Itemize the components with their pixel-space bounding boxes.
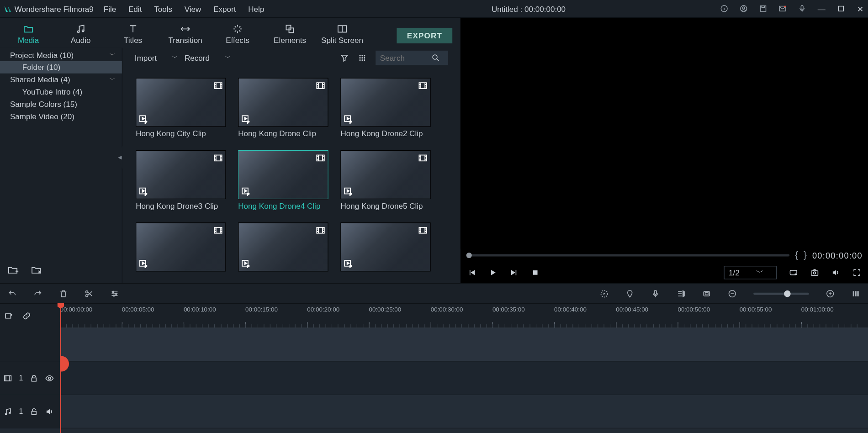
preview-viewport[interactable]	[460, 18, 868, 248]
ruler-mark: 00:00:35:00	[492, 304, 554, 327]
zoom-in-icon[interactable]	[826, 289, 834, 298]
render-preview-icon[interactable]	[600, 289, 609, 298]
tab-titles[interactable]: Titles	[107, 21, 159, 48]
svg-point-8	[784, 5, 786, 7]
add-to-timeline-icon[interactable]: P	[343, 259, 353, 269]
tab-audio[interactable]: Audio	[54, 21, 106, 48]
media-clip[interactable]: PHong Kong City Clip	[136, 78, 226, 138]
search-input[interactable]	[380, 53, 431, 62]
marker-icon[interactable]	[625, 289, 634, 298]
add-to-timeline-icon[interactable]: P	[241, 114, 251, 124]
menu-view[interactable]: View	[185, 4, 201, 13]
link-icon[interactable]	[22, 312, 31, 320]
crop-icon[interactable]	[702, 289, 711, 298]
delete-button[interactable]	[59, 289, 68, 298]
save-icon[interactable]	[759, 5, 767, 13]
delete-folder-icon[interactable]	[30, 264, 42, 275]
info-icon[interactable]	[720, 5, 728, 13]
add-to-timeline-icon[interactable]: P	[343, 114, 353, 124]
maximize-button[interactable]	[837, 5, 845, 13]
svg-rect-46	[419, 83, 426, 89]
ruler-mark: 00:00:00:00	[60, 304, 122, 327]
import-dropdown[interactable]: Import﹀	[135, 52, 178, 63]
audio-mixer-icon[interactable]	[677, 289, 685, 298]
tab-transition[interactable]: Transition	[159, 21, 211, 48]
snapshot-icon[interactable]	[810, 268, 819, 277]
media-clip[interactable]: PHong Kong Drone5 Clip	[340, 150, 430, 211]
audio-track: 1	[0, 395, 868, 428]
preview-scale-select[interactable]: 1/2﹀	[724, 266, 777, 279]
media-clip[interactable]: PHong Kong Drone4 Clip	[238, 150, 328, 211]
sidebar-item[interactable]: Folder (10)	[0, 61, 122, 74]
playhead[interactable]	[60, 304, 61, 433]
fullscreen-icon[interactable]	[852, 268, 861, 277]
menu-tools[interactable]: Tools	[154, 4, 172, 13]
split-button[interactable]	[85, 289, 93, 298]
mic-icon[interactable]	[798, 5, 806, 13]
media-clip[interactable]: PHong Kong Drone2 Clip	[340, 78, 430, 138]
zoom-out-icon[interactable]	[728, 289, 736, 298]
message-icon[interactable]	[778, 5, 787, 13]
lock-icon[interactable]	[30, 407, 38, 416]
track-lane[interactable]	[60, 395, 868, 428]
filmstrip-icon	[213, 225, 223, 235]
add-to-timeline-icon[interactable]: P	[138, 259, 148, 269]
add-to-timeline-icon[interactable]: P	[241, 186, 251, 196]
tab-media[interactable]: Media	[2, 21, 54, 48]
timeline-ruler[interactable]: 00:00:00:0000:00:05:0000:00:10:0000:00:1…	[60, 304, 868, 328]
new-folder-icon[interactable]	[7, 264, 19, 275]
menu-export[interactable]: Export	[213, 4, 236, 13]
menu-edit[interactable]: Edit	[128, 4, 142, 13]
menu-help[interactable]: Help	[248, 4, 264, 13]
add-to-timeline-icon[interactable]: P	[241, 259, 251, 269]
add-to-timeline-icon[interactable]: P	[343, 186, 353, 196]
sidebar-item[interactable]: Sample Video (20)	[0, 110, 122, 122]
media-clip[interactable]: P	[136, 222, 226, 274]
export-button[interactable]: EXPORT	[397, 28, 452, 43]
add-track-icon[interactable]	[5, 312, 13, 320]
undo-button[interactable]	[8, 289, 16, 298]
track-lane[interactable]	[60, 328, 868, 361]
voiceover-icon[interactable]	[651, 289, 660, 298]
tab-elements[interactable]: Elements	[264, 21, 316, 48]
sidebar-item[interactable]: Shared Media (4)﹀	[0, 74, 122, 86]
visibility-icon[interactable]	[45, 374, 54, 382]
media-clip[interactable]: P	[340, 222, 430, 274]
tab-split[interactable]: Split Screen	[316, 21, 368, 48]
svg-rect-82	[214, 227, 222, 233]
tab-effects[interactable]: Effects	[212, 21, 264, 48]
sidebar-item[interactable]: Sample Colors (15)	[0, 98, 122, 110]
clip-label: Hong Kong Drone Clip	[238, 129, 328, 138]
close-button[interactable]: ✕	[856, 5, 864, 13]
play-button[interactable]	[488, 268, 497, 277]
track-lane[interactable]	[60, 362, 868, 395]
zoom-fit-icon[interactable]	[851, 289, 860, 298]
volume-icon[interactable]	[831, 268, 840, 277]
sidebar-item[interactable]: YouTube Intro (4)	[0, 86, 122, 98]
zoom-slider[interactable]	[753, 292, 809, 295]
account-icon[interactable]	[740, 5, 748, 13]
add-to-timeline-icon[interactable]: P	[138, 186, 148, 196]
prev-frame-button[interactable]	[467, 268, 476, 277]
lock-icon[interactable]	[30, 374, 38, 382]
next-frame-button[interactable]	[510, 268, 519, 277]
sidebar-item[interactable]: Project Media (10)﹀	[0, 49, 122, 61]
media-clip[interactable]: P	[238, 222, 328, 274]
media-clip[interactable]: PHong Kong Drone Clip	[238, 78, 328, 138]
mark-in-icon[interactable]: {	[795, 250, 799, 260]
preview-scrubber[interactable]	[466, 254, 790, 257]
menu-file[interactable]: File	[104, 4, 116, 13]
stop-button[interactable]	[531, 268, 540, 277]
edit-button[interactable]	[110, 289, 119, 298]
minimize-button[interactable]: —	[817, 5, 826, 13]
search-box[interactable]	[376, 51, 448, 65]
filter-icon[interactable]	[340, 53, 349, 62]
mute-icon[interactable]	[45, 407, 54, 416]
record-dropdown[interactable]: Record﹀	[185, 52, 231, 63]
media-clip[interactable]: PHong Kong Drone3 Clip	[136, 150, 226, 211]
grid-view-icon[interactable]	[358, 53, 366, 62]
redo-button[interactable]	[33, 289, 42, 298]
add-to-timeline-icon[interactable]: P	[138, 114, 148, 124]
mark-out-icon[interactable]: }	[804, 250, 807, 260]
quality-icon[interactable]	[789, 268, 798, 277]
